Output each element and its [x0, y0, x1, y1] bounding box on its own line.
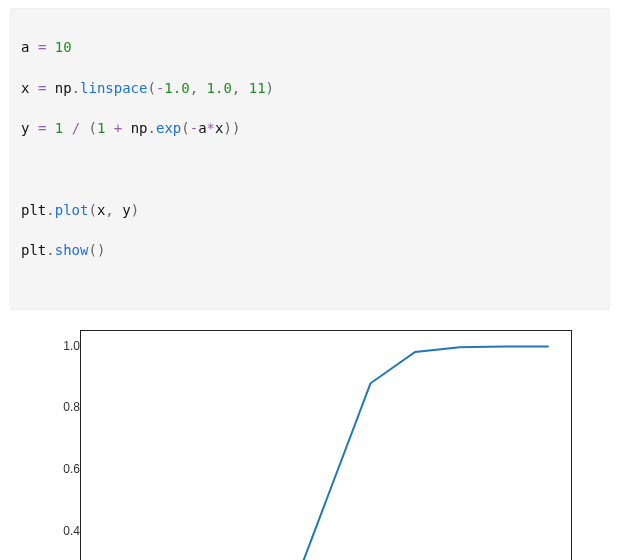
code-line-6: plt.show()	[21, 240, 599, 260]
lparen: (	[181, 120, 189, 136]
op-eq: =	[38, 80, 46, 96]
plot-axes: -1.00-0.75-0.50-0.250.000.250.500.751.00	[80, 330, 572, 560]
code-cell: a = 10 x = np.linspace(-1.0, 1.0, 11) y …	[10, 8, 610, 310]
op-div: /	[72, 120, 80, 136]
line-plot-svg	[81, 331, 571, 560]
y-tick-label: 1.0	[10, 339, 86, 353]
fn-exp: exp	[156, 120, 181, 136]
dot: .	[46, 242, 54, 258]
lparen: (	[88, 202, 96, 218]
dot: .	[72, 80, 80, 96]
code-line-5: plt.plot(x, y)	[21, 200, 599, 220]
var-x: x	[21, 80, 29, 96]
dot: .	[148, 120, 156, 136]
num-1d: 1	[97, 120, 105, 136]
mod-plt: plt	[21, 242, 46, 258]
arg-y: y	[122, 202, 130, 218]
num-1a: 1.0	[164, 80, 189, 96]
code-line-1: a = 10	[21, 37, 599, 57]
y-tick-label: 0.6	[10, 462, 86, 476]
rparen: )	[223, 120, 231, 136]
fn-plot: plot	[55, 202, 89, 218]
comma: ,	[190, 80, 198, 96]
op-minus: -	[190, 120, 198, 136]
rparen: )	[131, 202, 139, 218]
var-a2: a	[198, 120, 206, 136]
fn-show: show	[55, 242, 89, 258]
code-line-blank	[21, 159, 599, 179]
op-plus: +	[114, 120, 122, 136]
chart-output: 0.00.20.40.60.81.0 -1.00-0.75-0.50-0.250…	[10, 320, 590, 560]
rparen: )	[97, 242, 105, 258]
num-1c: 1	[55, 120, 63, 136]
rparen: )	[266, 80, 274, 96]
op-eq: =	[38, 120, 46, 136]
lparen: (	[147, 80, 155, 96]
lparen: (	[89, 120, 97, 136]
num-1b: 1.0	[207, 80, 232, 96]
var-y: y	[21, 120, 29, 136]
code-line-3: y = 1 / (1 + np.exp(-a*x))	[21, 118, 599, 138]
y-tick-label: 0.8	[10, 400, 86, 414]
num-11: 11	[249, 80, 266, 96]
lparen: (	[88, 242, 96, 258]
op-mul: *	[207, 120, 215, 136]
code-line-2: x = np.linspace(-1.0, 1.0, 11)	[21, 78, 599, 98]
comma: ,	[232, 80, 240, 96]
var-a: a	[21, 39, 29, 55]
space	[114, 202, 122, 218]
rparen: )	[232, 120, 240, 136]
data-series-line	[103, 347, 548, 560]
root: a = 10 x = np.linspace(-1.0, 1.0, 11) y …	[0, 0, 620, 560]
mod-plt: plt	[21, 202, 46, 218]
space	[198, 80, 206, 96]
op-eq: =	[38, 39, 46, 55]
mod-np: np	[55, 80, 72, 96]
num-10: 10	[55, 39, 72, 55]
dot: .	[46, 202, 54, 218]
y-tick-label: 0.4	[10, 524, 86, 538]
comma: ,	[105, 202, 113, 218]
mod-np: np	[131, 120, 148, 136]
fn-linspace: linspace	[80, 80, 147, 96]
